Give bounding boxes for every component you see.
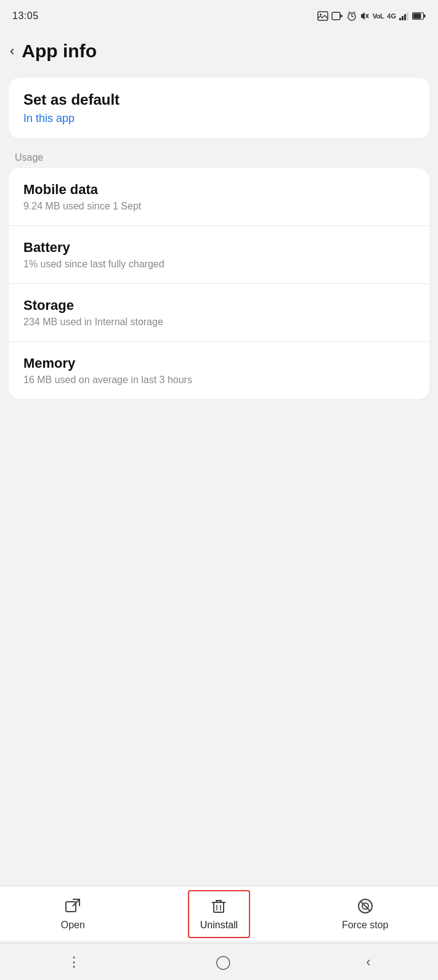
storage-subtitle: 234 MB used in Internal storage: [23, 317, 415, 328]
video-icon: [331, 12, 344, 20]
image-icon: [317, 11, 328, 21]
force-stop-label: Force stop: [342, 920, 389, 931]
lte-label: 4G: [387, 12, 396, 20]
home-button[interactable]: ◯: [216, 954, 231, 970]
open-icon: [64, 897, 81, 915]
svg-point-1: [320, 14, 322, 15]
memory-item[interactable]: Memory 16 MB used on average in last 3 h…: [9, 342, 429, 399]
bottom-action-bar: Open Uninstall Force stop: [0, 886, 438, 941]
trash-icon: [210, 897, 227, 915]
uninstall-button[interactable]: Uninstall: [188, 890, 250, 938]
mobile-data-subtitle: 9.24 MB used since 1 Sept: [23, 201, 415, 212]
mobile-data-title: Mobile data: [23, 182, 415, 198]
svg-rect-0: [318, 12, 328, 20]
back-button[interactable]: ‹: [10, 43, 14, 59]
battery-subtitle: 1% used since last fully charged: [23, 259, 415, 270]
memory-title: Memory: [23, 355, 415, 371]
open-button[interactable]: Open: [42, 897, 103, 931]
battery-icon: [412, 12, 426, 20]
svg-rect-12: [399, 18, 401, 20]
status-time: 13:05: [12, 10, 39, 22]
page-title: App info: [22, 41, 97, 62]
svg-marker-3: [340, 14, 343, 18]
block-icon: [357, 897, 374, 915]
status-icons: VoL 4G: [317, 11, 426, 21]
memory-subtitle: 16 MB used on average in last 3 hours: [23, 375, 415, 386]
signal-icon: [399, 12, 409, 20]
svg-rect-18: [413, 14, 421, 19]
svg-rect-17: [424, 15, 426, 18]
nav-bar: ⋮ ◯ ‹: [0, 943, 438, 980]
force-stop-button[interactable]: Force stop: [335, 897, 396, 931]
mute-icon: [360, 11, 370, 21]
status-bar: 13:05 VoL 4G: [0, 0, 438, 30]
usage-card: Mobile data 9.24 MB used since 1 Sept Ba…: [9, 168, 429, 399]
usage-section-label: Usage: [0, 144, 438, 168]
svg-line-8: [354, 12, 355, 13]
alarm-icon: [347, 11, 357, 21]
battery-item[interactable]: Battery 1% used since last fully charged: [9, 226, 429, 284]
svg-marker-9: [361, 12, 365, 20]
svg-line-7: [348, 12, 350, 13]
svg-rect-15: [407, 12, 408, 20]
svg-rect-21: [214, 902, 224, 912]
battery-title: Battery: [23, 240, 415, 256]
set-default-card[interactable]: Set as default In this app: [9, 78, 429, 139]
mobile-data-item[interactable]: Mobile data 9.24 MB used since 1 Sept: [9, 168, 429, 226]
uninstall-label: Uninstall: [200, 920, 238, 931]
header: ‹ App info: [0, 30, 438, 73]
network-label: VoL: [373, 12, 384, 20]
svg-rect-14: [404, 14, 406, 20]
svg-rect-2: [332, 12, 340, 20]
svg-rect-19: [66, 902, 76, 912]
open-label: Open: [61, 920, 85, 931]
in-this-app-link[interactable]: In this app: [23, 112, 415, 125]
storage-title: Storage: [23, 298, 415, 314]
set-default-title: Set as default: [23, 91, 415, 108]
recent-apps-button[interactable]: ⋮: [67, 954, 81, 970]
back-nav-button[interactable]: ‹: [366, 954, 370, 970]
storage-item[interactable]: Storage 234 MB used in Internal storage: [9, 284, 429, 342]
svg-rect-13: [402, 16, 404, 20]
